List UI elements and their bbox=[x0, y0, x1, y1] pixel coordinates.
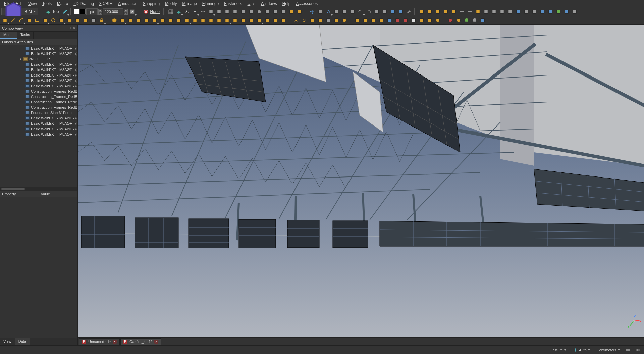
blue-box-button[interactable] bbox=[547, 8, 554, 15]
close-panel-icon[interactable]: ✕ bbox=[73, 26, 75, 30]
tree-item[interactable]: Basic Wall:EXT - M8AØF - (8" CMU bbox=[0, 83, 77, 89]
dots-button[interactable] bbox=[199, 8, 207, 15]
line-width-spinner[interactable] bbox=[98, 9, 102, 15]
plane-button[interactable] bbox=[175, 8, 182, 15]
pivot-button[interactable] bbox=[74, 17, 81, 24]
expand-button[interactable] bbox=[523, 8, 530, 15]
style-button[interactable] bbox=[128, 8, 136, 15]
plate-button[interactable] bbox=[151, 17, 158, 24]
tab-tasks[interactable]: Tasks bbox=[17, 32, 34, 39]
tree-item[interactable]: ▾2ND FLOOR bbox=[0, 56, 77, 62]
tree-item[interactable]: Basic Wall:EXT - M8AØF - (8" CMU bbox=[0, 72, 77, 78]
autogroup-button[interactable]: None bbox=[141, 8, 162, 15]
cyl-grey-button[interactable] bbox=[471, 17, 478, 24]
grid4-button[interactable] bbox=[482, 8, 490, 15]
cyl-green-button[interactable] bbox=[463, 17, 470, 24]
wall-button[interactable] bbox=[191, 17, 199, 24]
pipe-button[interactable] bbox=[272, 17, 279, 24]
status-icon-1[interactable] bbox=[625, 346, 632, 354]
lock-button[interactable] bbox=[98, 17, 105, 24]
tree-item[interactable]: Basic Wall:EXT - M8AØF - (8" CMU bbox=[0, 132, 77, 137]
status-icon-2[interactable] bbox=[635, 346, 642, 354]
hatch-button[interactable] bbox=[82, 17, 89, 24]
menu-windows[interactable]: Windows bbox=[258, 1, 280, 7]
globe-button[interactable] bbox=[455, 17, 462, 24]
extrude-button[interactable] bbox=[119, 17, 126, 24]
menu-view[interactable]: View bbox=[25, 1, 40, 7]
grid-small-button[interactable] bbox=[381, 8, 388, 15]
move-cross-button[interactable] bbox=[309, 8, 316, 15]
snap-perp-button[interactable] bbox=[231, 8, 239, 15]
rotate-button[interactable] bbox=[325, 8, 332, 15]
chair-button[interactable] bbox=[256, 17, 263, 24]
wall-seg-button[interactable] bbox=[183, 17, 191, 24]
menu-manage[interactable]: Manage bbox=[179, 1, 199, 7]
tools-button[interactable] bbox=[354, 17, 361, 24]
menu-help[interactable]: Help bbox=[280, 1, 293, 7]
spline-button[interactable] bbox=[42, 17, 49, 24]
wrench-button[interactable] bbox=[405, 8, 413, 15]
menu-utils[interactable]: Utils bbox=[245, 1, 258, 7]
navigation-cube[interactable]: Z X Y bbox=[628, 315, 640, 327]
box2-button[interactable] bbox=[135, 17, 142, 24]
layers-button[interactable] bbox=[397, 8, 405, 15]
line-width-input[interactable] bbox=[86, 8, 98, 15]
units-selector[interactable]: Centimeters bbox=[595, 347, 622, 353]
tree-item[interactable]: Foundation Slab:6" Foundation bbox=[0, 110, 77, 115]
point-button[interactable] bbox=[66, 17, 73, 24]
polyline-button[interactable] bbox=[25, 17, 33, 24]
grid-button[interactable] bbox=[167, 8, 174, 15]
tag-button[interactable] bbox=[317, 17, 324, 24]
tree-item[interactable]: Construction_Frames_RedBuilt_ bbox=[0, 99, 77, 105]
tab-model[interactable]: Model bbox=[0, 32, 17, 39]
menu-3d-bim[interactable]: 3D/BIM bbox=[97, 1, 115, 7]
floor-button[interactable] bbox=[167, 17, 174, 24]
tree-item[interactable]: Basic Wall:EXT - M8AØF - (8" CMU bbox=[0, 78, 77, 83]
panel-button[interactable] bbox=[280, 17, 287, 24]
model-tree[interactable]: Basic Wall:EXT - M8AØF - (8" CMUBasic Wa… bbox=[0, 45, 77, 187]
menu-2d-drafting[interactable]: 2D Drafting bbox=[71, 1, 97, 7]
snap-para-button[interactable] bbox=[248, 8, 255, 15]
layer-red-button[interactable] bbox=[394, 17, 401, 24]
expander-icon[interactable]: ▾ bbox=[19, 57, 22, 61]
axes-button[interactable] bbox=[183, 8, 191, 15]
wp-lock-button[interactable] bbox=[296, 8, 303, 15]
minus-button[interactable] bbox=[466, 8, 474, 15]
blue-box2-button[interactable] bbox=[563, 8, 570, 15]
menu-tools[interactable]: Tools bbox=[40, 1, 54, 7]
dim-button[interactable] bbox=[90, 17, 97, 24]
snap-45-button[interactable] bbox=[223, 8, 231, 15]
line-color-swatch[interactable] bbox=[80, 9, 86, 14]
menu-accessories[interactable]: Accessories bbox=[293, 1, 320, 7]
window-button[interactable] bbox=[207, 17, 215, 24]
red-box-button[interactable] bbox=[402, 17, 409, 24]
circle-button[interactable] bbox=[50, 17, 57, 24]
honeycomb-button[interactable] bbox=[434, 17, 441, 24]
beam-button[interactable] bbox=[223, 17, 231, 24]
close-icon[interactable]: ✕ bbox=[113, 340, 117, 344]
dark-box-button[interactable] bbox=[571, 8, 578, 15]
qty-button[interactable] bbox=[370, 17, 377, 24]
dim-h-button[interactable] bbox=[373, 8, 380, 15]
rotate-r-button[interactable] bbox=[506, 8, 514, 15]
3d-viewport[interactable]: Z X Y bbox=[78, 25, 644, 337]
menu-snapping[interactable]: Snapping bbox=[140, 1, 162, 7]
menu-modify[interactable]: Modify bbox=[162, 1, 179, 7]
construction-mode-button[interactable] bbox=[61, 8, 69, 15]
scale-button[interactable] bbox=[349, 8, 356, 15]
menu-annotation[interactable]: Annotation bbox=[115, 1, 140, 7]
arrow-down-button[interactable] bbox=[434, 8, 441, 15]
layers2-button[interactable] bbox=[515, 8, 522, 15]
snap-cross-button[interactable] bbox=[264, 8, 271, 15]
stairs-button[interactable] bbox=[239, 17, 247, 24]
tree-item[interactable]: Construction_Frames_RedBuilt_ bbox=[0, 105, 77, 110]
snap-ext-button[interactable] bbox=[239, 8, 247, 15]
undo-button[interactable] bbox=[357, 8, 364, 15]
tree-item[interactable]: Basic Wall:EXT - M8AØF - (8" CMU bbox=[0, 121, 77, 126]
stack-button[interactable] bbox=[426, 8, 433, 15]
redo-button[interactable] bbox=[365, 8, 372, 15]
link-button[interactable] bbox=[490, 8, 498, 15]
toggle-wp-button[interactable] bbox=[288, 8, 295, 15]
ellipse-button[interactable] bbox=[58, 17, 65, 24]
nav-style-selector[interactable]: Gesture bbox=[548, 347, 568, 353]
